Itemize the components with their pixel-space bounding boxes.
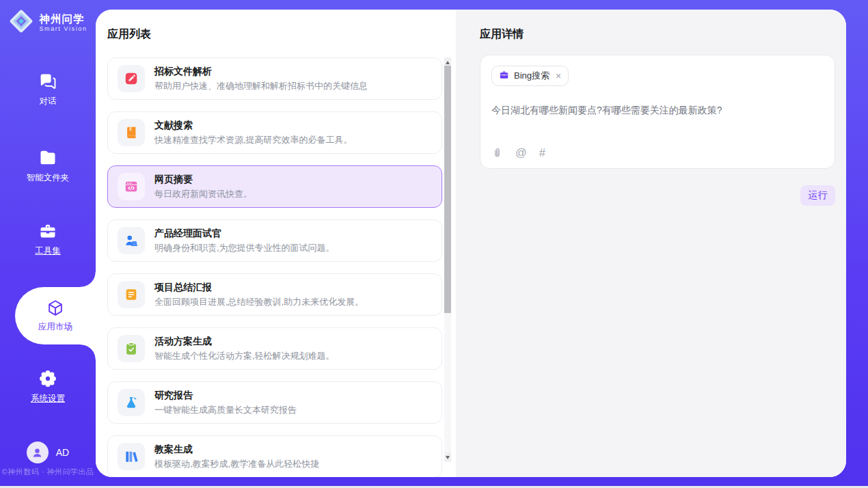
hash-icon[interactable]: # bbox=[539, 146, 545, 159]
edit-doc-icon bbox=[118, 65, 145, 92]
app-card-title: 教案生成 bbox=[154, 442, 319, 456]
folder-icon bbox=[38, 148, 57, 167]
run-button[interactable]: 运行 bbox=[800, 185, 835, 206]
app-detail-pane: 应用详情 Bing搜索 × 今日湖北有哪些新闻要点?有哪些需要关注的最新政策? … bbox=[456, 10, 846, 477]
list-scrollbar[interactable] bbox=[444, 57, 451, 462]
app-card-desc: 智能生成个性化活动方案,轻松解决规划难题。 bbox=[154, 350, 335, 363]
app-card[interactable]: 活动方案生成 智能生成个性化活动方案,轻松解决规划难题。 bbox=[107, 327, 442, 370]
gear-icon bbox=[38, 369, 57, 388]
interview-icon bbox=[118, 227, 145, 254]
browser-icon bbox=[118, 173, 145, 200]
toolbox-icon bbox=[38, 221, 57, 241]
user-account[interactable]: AD bbox=[0, 442, 96, 463]
app-list-pane: 应用列表 招标文件解析 帮助用户快速、准确地理解和解析招标书中的关键信息 文献搜… bbox=[96, 10, 456, 477]
app-list-title: 应用列表 bbox=[107, 27, 151, 42]
cube-icon bbox=[46, 299, 65, 318]
sidebar-item-label: 系统设置 bbox=[31, 393, 65, 405]
main-panel: 应用列表 招标文件解析 帮助用户快速、准确地理解和解析招标书中的关键信息 文献搜… bbox=[96, 10, 846, 477]
sidebar-item-label: 应用市场 bbox=[38, 321, 72, 333]
app-card[interactable]: 教案生成 模板驱动,教案秒成,教学准备从此轻松快捷 bbox=[107, 435, 442, 477]
user-name: AD bbox=[56, 447, 69, 458]
scrollbar-thumb[interactable] bbox=[444, 66, 451, 313]
sidebar-item[interactable]: 智能文件夹 bbox=[0, 148, 96, 185]
paperclip-icon[interactable] bbox=[491, 147, 503, 159]
app-card-title: 招标文件解析 bbox=[154, 64, 368, 78]
chat-icon bbox=[38, 72, 57, 91]
sidebar-item-label: 智能文件夹 bbox=[27, 172, 70, 184]
app-card-desc: 快速精准查找学术资源,提高研究效率的必备工具。 bbox=[154, 134, 353, 147]
attachment-toolbar: @ # bbox=[491, 146, 545, 159]
flask-icon bbox=[118, 389, 145, 416]
app-card-title: 网页摘要 bbox=[154, 172, 252, 186]
app-card-desc: 帮助用户快速、准确地理解和解析招标书中的关键信息 bbox=[154, 80, 368, 93]
app-card-list: 招标文件解析 帮助用户快速、准确地理解和解析招标书中的关键信息 文献搜索 快速精… bbox=[107, 57, 442, 477]
app-card-title: 研究报告 bbox=[154, 388, 297, 402]
copyright-footer: ©神州数码 · 神州问学出品 bbox=[0, 467, 96, 477]
scroll-down-arrow[interactable] bbox=[444, 452, 451, 462]
app-card-desc: 全面回顾项目进展,总结经验教训,助力未来优化发展。 bbox=[154, 296, 364, 309]
app-card-title: 产品经理面试官 bbox=[154, 226, 335, 240]
app-card-desc: 模板驱动,教案秒成,教学准备从此轻松快捷 bbox=[154, 458, 319, 471]
sidebar-item[interactable]: 系统设置 bbox=[0, 368, 96, 405]
app-card-title: 项目总结汇报 bbox=[154, 280, 364, 294]
app-card[interactable]: 招标文件解析 帮助用户快速、准确地理解和解析招标书中的关键信息 bbox=[107, 57, 442, 100]
tool-chip-bing-search[interactable]: Bing搜索 × bbox=[491, 66, 569, 86]
app-window: 神州问学 Smart Vision 对话 智能文件夹 工具集 应用市场 bbox=[0, 0, 868, 488]
books-icon bbox=[118, 443, 145, 470]
sidebar-item-label: 工具集 bbox=[35, 245, 61, 257]
sidebar: 神州问学 Smart Vision 对话 智能文件夹 工具集 应用市场 bbox=[0, 0, 96, 486]
sidebar-nav: 对话 智能文件夹 工具集 应用市场 系统设置 bbox=[0, 0, 96, 486]
app-card[interactable]: 项目总结汇报 全面回顾项目进展,总结经验教训,助力未来优化发展。 bbox=[107, 273, 442, 316]
mention-at-icon[interactable]: @ bbox=[515, 146, 527, 159]
sidebar-item[interactable]: 应用市场 bbox=[15, 287, 96, 344]
avatar bbox=[27, 442, 49, 463]
app-card-title: 文献搜索 bbox=[154, 118, 353, 132]
book-icon bbox=[118, 119, 145, 146]
app-card[interactable]: 网页摘要 每日政府新闻资讯快查。 bbox=[107, 165, 442, 208]
briefcase-icon bbox=[499, 70, 509, 83]
sidebar-item[interactable]: 对话 bbox=[0, 71, 96, 108]
app-card-desc: 明确身份和职责,为您提供专业性的面试问题。 bbox=[154, 242, 335, 255]
prompt-card: Bing搜索 × 今日湖北有哪些新闻要点?有哪些需要关注的最新政策? @ # bbox=[480, 55, 835, 169]
app-card-desc: 一键智能生成高质量长文本研究报告 bbox=[154, 404, 297, 417]
app-card[interactable]: 研究报告 一键智能生成高质量长文本研究报告 bbox=[107, 381, 442, 424]
app-card-title: 活动方案生成 bbox=[154, 334, 335, 348]
tool-chip-label: Bing搜索 bbox=[514, 70, 550, 82]
prompt-input[interactable]: 今日湖北有哪些新闻要点?有哪些需要关注的最新政策? bbox=[491, 103, 824, 118]
sidebar-item-label: 对话 bbox=[40, 96, 57, 107]
sidebar-item[interactable]: 工具集 bbox=[0, 221, 96, 258]
app-card[interactable]: 产品经理面试官 明确身份和职责,为您提供专业性的面试问题。 bbox=[107, 219, 442, 262]
app-card-desc: 每日政府新闻资讯快查。 bbox=[154, 188, 252, 201]
note-icon bbox=[118, 281, 145, 308]
app-card[interactable]: 文献搜索 快速精准查找学术资源,提高研究效率的必备工具。 bbox=[107, 111, 442, 154]
close-icon[interactable]: × bbox=[556, 71, 561, 81]
app-detail-title: 应用详情 bbox=[480, 27, 524, 42]
clipboard-check-icon bbox=[118, 335, 145, 362]
